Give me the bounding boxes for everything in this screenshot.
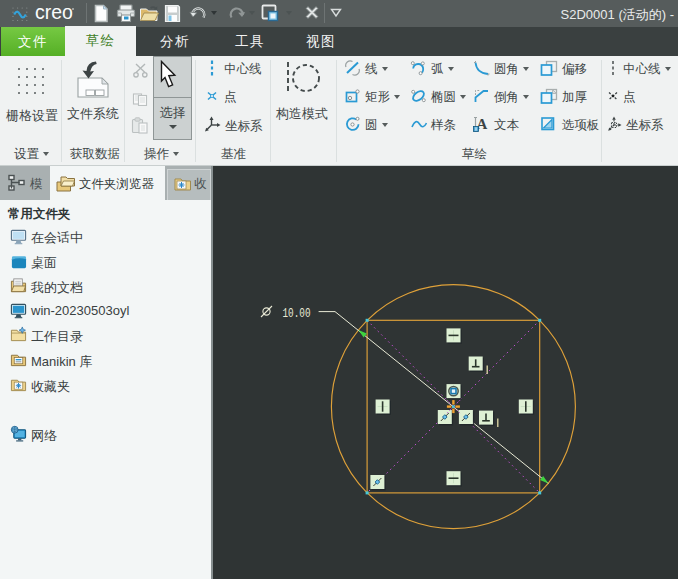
svg-text:10.00: 10.00 bbox=[283, 307, 311, 321]
